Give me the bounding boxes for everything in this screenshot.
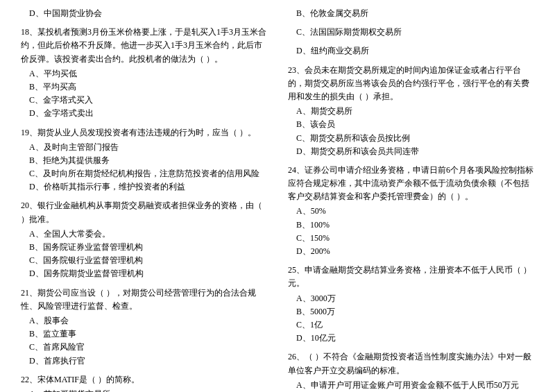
left-column: D、中国期货业协会 18、某投机者预测3月份玉米价格要上涨，于是轧买入1手3月玉…	[21, 7, 278, 392]
question-22-text: 22、宋体MATIF是（ ）的简称。	[21, 373, 267, 386]
question-18: 18、某投机者预测3月份玉米价格要上涨，于是轧买入1手3月玉米合约，但此后价格不…	[21, 26, 267, 120]
question-24: 24、证券公司申请介绍业务资格，申请日前6个月各项风险控制指标应符合规定标准，其…	[288, 164, 534, 258]
question-18-text: 18、某投机者预测3月份玉米价格要上涨，于是轧买入1手3月玉米合约，但此后价格不…	[21, 26, 267, 66]
option-b-london-block: B、伦敦金属交易所	[288, 7, 534, 20]
option-d-china: D、中国期货业协会	[21, 7, 267, 20]
q24-option-a: A、50%	[288, 205, 534, 218]
q18-option-d: D、金字塔式卖出	[21, 107, 267, 120]
q24-option-d: D、200%	[288, 245, 534, 258]
q20-option-c: C、国务院银行业监督管理机构	[21, 254, 267, 267]
question-20-text: 20、银行业金融机构从事期货交易融资或者担保业务的资格，由（ ）批准。	[21, 199, 267, 225]
option-d-commerce-block: D、纽约商业交易所	[288, 44, 534, 58]
q25-option-d: D、10亿元	[288, 332, 534, 345]
question-26: 26、（ ）不符合《金融期货投资者适当性制度实施办法》中对一般单位客户开立交易编…	[288, 350, 534, 392]
q18-option-a: A、平均买低	[21, 67, 267, 80]
question-26-text: 26、（ ）不符合《金融期货投资者适当性制度实施办法》中对一般单位客户开立交易编…	[288, 350, 534, 377]
question-22: 22、宋体MATIF是（ ）的简称。 A、艾加哥期货交易所	[21, 373, 267, 392]
question-23-text: 23、会员未在期货交易所规定的时间内追加保证金或者占行平台的，期货交易所应当将该…	[288, 64, 534, 104]
question-25-text: 25、申请金融期货交易结算业务资格，注册资本不低于人民币（ ）元。	[288, 264, 534, 290]
q19-option-d: D、价格听其指示行事，维护投资者的利益	[21, 180, 267, 194]
q23-option-d: D、期货交易所和该会员共同连带	[288, 145, 534, 158]
right-column: B、伦敦金属交易所 C、法国国际期货期权交易所 D、纽约商业交易所 23、会员未…	[278, 7, 534, 392]
option-d-commerce: D、纽约商业交易所	[288, 44, 534, 58]
q21-option-d: D、首席执行官	[21, 355, 267, 368]
question-19-text: 19、期货从业人员发现投资者有违法违规的行为时，应当（ ）。	[21, 126, 267, 139]
question-25: 25、申请金融期货交易结算业务资格，注册资本不低于人民币（ ）元。 A、3000…	[288, 264, 534, 345]
question-21-text: 21、期货公司应当设（ ），对期货公司经营管理行为的合法合规性、风险管理进行监督…	[21, 287, 267, 313]
q21-option-b: B、监立董事	[21, 327, 267, 341]
two-column-layout: D、中国期货业协会 18、某投机者预测3月份玉米价格要上涨，于是轧买入1手3月玉…	[21, 7, 534, 392]
q21-option-a: A、股事会	[21, 314, 267, 327]
q20-option-b: B、国务院证券业监督管理机构	[21, 241, 267, 254]
q23-option-a: A、期货交易所	[288, 105, 534, 118]
q25-option-b: B、5000万	[288, 305, 534, 318]
q24-option-b: B、100%	[288, 219, 534, 232]
question-24-text: 24、证券公司申请介绍业务资格，申请日前6个月各项风险控制指标应符合规定标准，其…	[288, 164, 534, 204]
q23-option-c: C、期货交易所和该会员按比例	[288, 132, 534, 145]
q25-option-c: C、1亿	[288, 318, 534, 332]
q22-option-a: A、艾加哥期货交易所	[21, 388, 267, 392]
question-19: 19、期货从业人员发现投资者有违法违规的行为时，应当（ ）。 A、及时向主管部门…	[21, 126, 267, 194]
q19-option-a: A、及时向主管部门报告	[21, 141, 267, 154]
page-content: D、中国期货业协会 18、某投机者预测3月份玉米价格要上涨，于是轧买入1手3月玉…	[21, 7, 534, 392]
question-23: 23、会员未在期货交易所规定的时间内追加保证金或者占行平台的，期货交易所应当将该…	[288, 64, 534, 158]
option-b-london: B、伦敦金属交易所	[288, 7, 534, 20]
q23-option-b: B、该会员	[288, 118, 534, 131]
q24-option-c: C、150%	[288, 232, 534, 245]
q18-option-c: C、金字塔式买入	[21, 94, 267, 107]
option-c-france-block: C、法国国际期货期权交易所	[288, 26, 534, 39]
q19-option-b: B、拒绝为其提供服务	[21, 154, 267, 167]
option-c-france: C、法国国际期货期权交易所	[288, 26, 534, 39]
q26-option-a: A、申请开户可用证金账户可用资金金额不低于人民币50万元	[288, 379, 534, 392]
q21-option-c: C、首席风险官	[21, 341, 267, 354]
question-21: 21、期货公司应当设（ ），对期货公司经营管理行为的合法合规性、风险管理进行监督…	[21, 287, 267, 368]
q20-option-d: D、国务院期货业监督管理机构	[21, 267, 267, 280]
q18-option-b: B、平均买高	[21, 80, 267, 94]
q20-option-a: A、全国人大常委会。	[21, 228, 267, 241]
question-20: 20、银行业金融机构从事期货交易融资或者担保业务的资格，由（ ）批准。 A、全国…	[21, 199, 267, 280]
q25-option-a: A、3000万	[288, 292, 534, 305]
q19-option-c: C、及时向所在期货经纪机构报告，注意防范投资者的信用风险	[21, 167, 267, 180]
question-block: D、中国期货业协会	[21, 7, 267, 20]
